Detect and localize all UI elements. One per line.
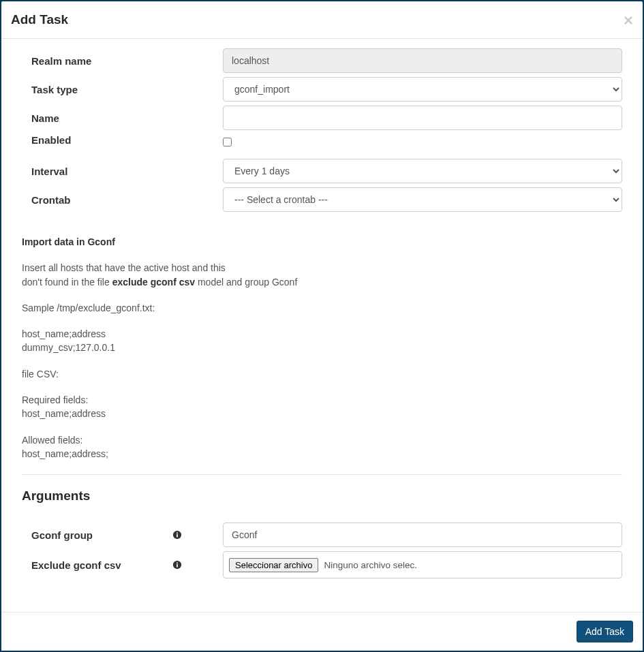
desc-required: Required fields: host_name;address xyxy=(22,393,622,421)
desc-sample-label: Sample /tmp/exclude_gconf.txt: xyxy=(22,301,622,315)
label-task-type: Task type xyxy=(22,84,223,95)
desc-file-csv: file CSV: xyxy=(22,367,622,381)
modal-header: Add Task × xyxy=(1,1,643,39)
modal-footer: Add Task xyxy=(1,612,643,651)
svg-rect-5 xyxy=(177,563,178,564)
desc-line1: Insert all hosts that have the active ho… xyxy=(22,261,622,275)
close-button[interactable]: × xyxy=(624,12,633,29)
desc-title: Import data in Gconf xyxy=(22,235,622,249)
section-divider xyxy=(22,474,622,475)
label-enabled: Enabled xyxy=(22,134,223,146)
add-task-modal: Add Task × Realm name Task type gconf_im… xyxy=(1,1,643,651)
desc-sample: host_name;address dummy_csv;127.0.0.1 xyxy=(22,327,622,355)
realm-name-input xyxy=(223,48,622,73)
file-select-button[interactable]: Seleccionar archivo xyxy=(229,558,318,572)
enabled-checkbox[interactable] xyxy=(223,138,232,146)
row-enabled: Enabled xyxy=(22,134,622,155)
desc-allowed: Allowed fields: host_name;address; xyxy=(22,433,622,461)
info-icon[interactable] xyxy=(172,530,182,540)
row-exclude-csv: Exclude gconf csv Seleccionar archivo Ni… xyxy=(22,551,622,578)
svg-rect-1 xyxy=(177,534,178,537)
exclude-csv-file-input[interactable]: Seleccionar archivo Ninguno archivo sele… xyxy=(223,551,622,578)
desc-intro: Insert all hosts that have the active ho… xyxy=(22,261,622,289)
name-input[interactable] xyxy=(223,106,622,130)
desc-strong: exclude gconf csv xyxy=(112,277,195,288)
row-interval: Interval Every 1 days xyxy=(22,159,622,183)
info-icon[interactable] xyxy=(172,560,182,570)
modal-title: Add Task xyxy=(11,12,68,27)
row-name: Name xyxy=(22,106,622,130)
label-gconf-group: Gconf group xyxy=(22,529,223,541)
interval-select[interactable]: Every 1 days xyxy=(223,159,622,183)
svg-rect-2 xyxy=(177,533,178,534)
task-type-select[interactable]: gconf_import xyxy=(223,77,622,102)
label-crontab: Crontab xyxy=(22,194,223,206)
row-realm-name: Realm name xyxy=(22,48,622,73)
label-exclude-csv: Exclude gconf csv xyxy=(22,559,223,571)
label-name: Name xyxy=(22,112,223,124)
file-status-text: Ninguno archivo selec. xyxy=(324,560,417,570)
label-interval: Interval xyxy=(22,166,223,177)
gconf-group-input[interactable] xyxy=(223,523,622,547)
add-task-button[interactable]: Add Task xyxy=(577,621,633,642)
crontab-select[interactable]: --- Select a crontab --- xyxy=(223,187,622,212)
description-block: Import data in Gconf Insert all hosts th… xyxy=(22,235,622,461)
desc-line2: don't found in the file exclude gconf cs… xyxy=(22,275,622,289)
arguments-heading: Arguments xyxy=(22,488,622,503)
label-realm-name: Realm name xyxy=(22,55,223,67)
row-crontab: Crontab --- Select a crontab --- xyxy=(22,187,622,212)
modal-body: Realm name Task type gconf_import Name E… xyxy=(1,39,643,612)
row-gconf-group: Gconf group xyxy=(22,523,622,547)
svg-rect-4 xyxy=(177,564,178,567)
row-task-type: Task type gconf_import xyxy=(22,77,622,102)
